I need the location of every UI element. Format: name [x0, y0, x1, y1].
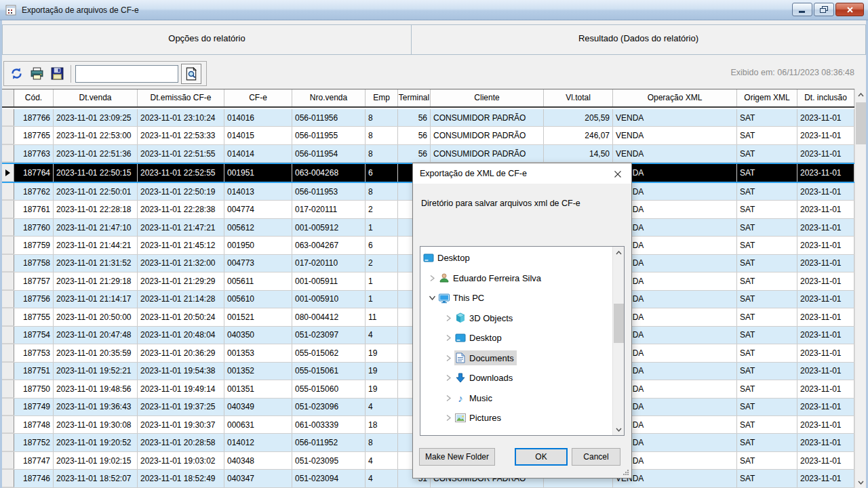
- cell-terminal: 56: [398, 109, 431, 126]
- cell-cf-e: 001951: [224, 164, 292, 181]
- scroll-down-button[interactable]: [855, 476, 867, 488]
- cell-nro-venda: 056-011955: [292, 127, 366, 144]
- refresh-icon: [10, 67, 23, 80]
- cell-emp: 4: [366, 399, 398, 415]
- chevron-right-icon[interactable]: [442, 312, 454, 323]
- refresh-button[interactable]: [8, 66, 24, 82]
- column-header-dt-venda[interactable]: Dt.venda: [54, 89, 138, 106]
- cell-dt-venda: 2023-11-01 20:35:59: [54, 344, 138, 361]
- cell-cod: 187758: [14, 255, 54, 272]
- chevron-right-icon[interactable]: [442, 333, 454, 344]
- print-icon: [30, 67, 44, 80]
- cell-emp: 8: [366, 434, 398, 451]
- row-indicator: [2, 470, 14, 487]
- scroll-thumb[interactable]: [856, 102, 866, 144]
- tree-item-desktop[interactable]: Desktop: [420, 248, 612, 268]
- cell-origem-xml: SAT: [737, 308, 797, 325]
- cell-nro-venda: 080-004412: [292, 308, 366, 325]
- table-row[interactable]: 1877662023-11-01 23:09:252023-11-01 23:1…: [2, 109, 854, 127]
- minimize-button[interactable]: [792, 3, 812, 16]
- column-header-operacao-xml[interactable]: Operação XML: [613, 89, 737, 106]
- chevron-right-icon[interactable]: [426, 272, 438, 283]
- resize-grip-icon[interactable]: [623, 469, 629, 476]
- selected-row-arrow-icon: [5, 169, 10, 176]
- dialog-close-icon[interactable]: [611, 167, 625, 181]
- row-indicator: [2, 145, 14, 162]
- ok-button[interactable]: OK: [515, 448, 568, 466]
- tab-resultado-label: Resultado (Dados do relatório): [578, 33, 698, 43]
- cell-nro-venda: 056-011953: [292, 183, 366, 200]
- column-header-dt-inclusao[interactable]: Dt. inclusão: [797, 89, 854, 106]
- close-button[interactable]: [835, 3, 864, 16]
- cell-dt-emissao: 2023-11-01 20:48:04: [138, 327, 224, 344]
- column-header-cod[interactable]: Cód.: [14, 89, 54, 106]
- chevron-down-icon[interactable]: [426, 293, 438, 304]
- row-indicator: [2, 416, 14, 433]
- tab-opcoes-relatorio[interactable]: Opções do relatório: [2, 24, 412, 55]
- print-button[interactable]: [28, 66, 45, 82]
- save-button[interactable]: [49, 66, 65, 82]
- cell-origem-xml: SAT: [737, 237, 797, 253]
- tree-scroll-thumb[interactable]: [614, 304, 624, 343]
- row-indicator: [2, 164, 14, 181]
- filter-input[interactable]: [75, 65, 178, 83]
- cell-cod: 187761: [14, 201, 54, 218]
- column-header-cf-e[interactable]: CF-e: [224, 89, 292, 106]
- cell-dt-emissao: 2023-11-01 21:32:00: [138, 255, 224, 272]
- tab-resultado-relatorio[interactable]: Resultado (Dados do relatório): [411, 24, 866, 55]
- column-header-dt-emissao[interactable]: Dt.emissão CF-e: [138, 89, 224, 106]
- window-title: Exportação de arquivos de CF-e: [22, 5, 139, 15]
- tree-item-documents[interactable]: Documents: [420, 348, 612, 369]
- column-header-terminal[interactable]: Terminal: [398, 89, 431, 106]
- preview-button[interactable]: [181, 64, 201, 84]
- column-header-cliente[interactable]: Cliente: [431, 89, 544, 106]
- tree-item-pictures[interactable]: Pictures: [420, 408, 612, 428]
- cell-nro-venda: 055-015062: [292, 344, 366, 361]
- objects-3d-icon: [454, 312, 467, 323]
- tree-item-downloads[interactable]: Downloads: [420, 368, 612, 388]
- row-indicator: [2, 452, 14, 469]
- table-row[interactable]: 1877632023-11-01 22:51:362023-11-01 22:5…: [2, 145, 854, 163]
- chevron-right-icon[interactable]: [442, 392, 454, 403]
- cell-dt-venda: 2023-11-01 21:29:18: [54, 272, 138, 289]
- cell-dt-inclusao: 2023-11-01: [797, 452, 854, 469]
- tree-item-desktop[interactable]: Desktop: [420, 328, 612, 348]
- tree-item-content: ♪Music: [454, 390, 495, 405]
- scroll-up-button[interactable]: [855, 89, 867, 100]
- chevron-right-icon[interactable]: [442, 352, 454, 363]
- cell-nro-venda: 051-023095: [292, 452, 366, 469]
- column-header-origem-xml[interactable]: Origem XML: [737, 89, 797, 106]
- cell-dt-inclusao: 2023-11-01: [797, 327, 854, 344]
- user-icon: [438, 272, 450, 283]
- table-row[interactable]: 1877652023-11-01 22:53:002023-11-01 22:5…: [2, 127, 854, 144]
- tree-item-content: Pictures: [454, 411, 504, 426]
- tree-scroll-up-button[interactable]: [613, 247, 625, 258]
- cell-emp: 19: [366, 344, 398, 361]
- cell-cod: 187756: [14, 291, 54, 308]
- cancel-button[interactable]: Cancel: [572, 448, 620, 466]
- tree-item-music[interactable]: ♪Music: [420, 388, 612, 409]
- tree-item-this-pc[interactable]: This PC: [420, 288, 612, 308]
- make-new-folder-button[interactable]: Make New Folder: [419, 448, 495, 466]
- column-header-vl-total[interactable]: Vl.total: [544, 89, 613, 106]
- cell-dt-emissao: 2023-11-01 18:52:49: [138, 470, 224, 487]
- restore-button[interactable]: [814, 3, 834, 16]
- grid-header: Cód.Dt.vendaDt.emissão CF-eCF-eNro.venda…: [2, 89, 854, 108]
- column-header-nro-venda[interactable]: Nro.venda: [292, 89, 366, 106]
- grid-vertical-scrollbar[interactable]: [854, 89, 866, 488]
- tree-selection: Documents: [454, 350, 517, 365]
- cell-dt-emissao: 2023-11-01 20:28:58: [138, 434, 224, 451]
- tree-item-eduardo-ferreira-silva[interactable]: Eduardo Ferreira Silva: [420, 268, 612, 289]
- cell-cf-e: 001521: [224, 308, 292, 325]
- tree-scrollbar[interactable]: [612, 247, 624, 435]
- cell-nro-venda: 061-003339: [292, 416, 366, 433]
- tree-item-label: Documents: [467, 353, 517, 363]
- tree-scroll-down-button[interactable]: [613, 424, 625, 435]
- column-header-emp[interactable]: Emp: [366, 89, 398, 106]
- chevron-right-icon[interactable]: [442, 373, 454, 384]
- cell-origem-xml: SAT: [737, 363, 797, 380]
- tree-item-3d-objects[interactable]: 3D Objects: [420, 308, 612, 329]
- cell-dt-inclusao: 2023-11-01: [797, 363, 854, 380]
- cell-cod: 187754: [14, 327, 54, 344]
- chevron-right-icon[interactable]: [442, 413, 454, 424]
